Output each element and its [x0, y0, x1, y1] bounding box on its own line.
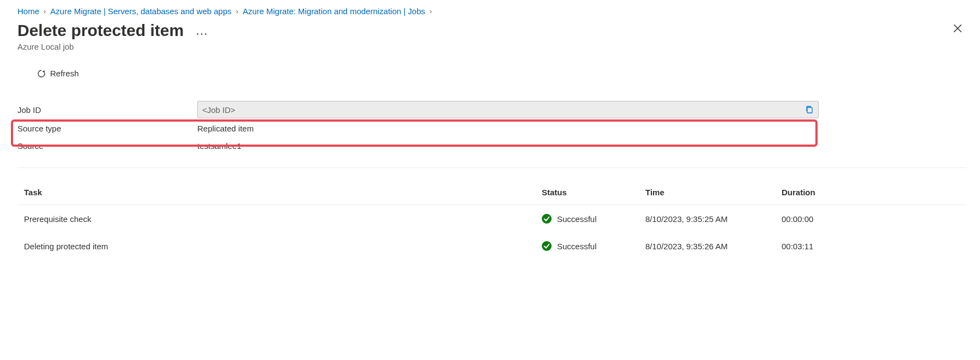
property-row-source-type: Source type Replicated item — [17, 119, 967, 137]
property-label: Source — [17, 141, 197, 151]
time-cell: 8/10/2023, 9:35:26 AM — [639, 232, 775, 260]
status-cell: Successful — [542, 214, 632, 224]
breadcrumb-link-migrate-servers[interactable]: Azure Migrate | Servers, databases and w… — [50, 7, 231, 16]
column-header-status[interactable]: Status — [535, 182, 639, 205]
refresh-label: Refresh — [50, 69, 79, 78]
svg-rect-2 — [807, 107, 812, 113]
time-cell: 8/10/2023, 9:35:25 AM — [639, 205, 775, 233]
job-id-field[interactable]: <Job ID> — [197, 101, 819, 118]
task-name-cell: Prerequisite check — [17, 205, 535, 233]
status-text: Successful — [557, 242, 597, 251]
close-button[interactable] — [948, 21, 967, 38]
status-text: Successful — [557, 214, 597, 224]
chevron-right-icon: › — [235, 7, 239, 15]
refresh-button[interactable]: Refresh — [34, 67, 82, 80]
copy-icon — [805, 105, 814, 114]
properties-section: Job ID <Job ID> Source type Replicated i… — [17, 100, 967, 154]
property-label: Job ID — [17, 105, 197, 115]
job-id-value: <Job ID> — [202, 105, 805, 115]
copy-button[interactable] — [805, 105, 814, 114]
table-row[interactable]: Prerequisite check Successful 8/10/2023,… — [17, 205, 967, 233]
property-label: Source type — [17, 124, 197, 133]
success-icon — [542, 214, 552, 224]
success-icon — [542, 241, 552, 251]
section-divider — [17, 167, 967, 168]
breadcrumb-link-migrate-jobs[interactable]: Azure Migrate: Migration and modernizati… — [243, 7, 425, 16]
close-icon — [953, 23, 963, 33]
chevron-right-icon: › — [43, 7, 47, 15]
status-cell: Successful — [542, 241, 632, 251]
property-value: Replicated item — [197, 124, 253, 133]
page-title: Delete protected item — [17, 21, 184, 40]
chevron-right-icon: › — [428, 7, 433, 15]
tasks-table: Task Status Time Duration Prerequisite c… — [17, 182, 967, 260]
command-bar: Refresh — [34, 67, 967, 80]
property-row-source: Source testsamlee1 — [17, 137, 967, 154]
property-row-job-id: Job ID <Job ID> — [17, 100, 967, 119]
more-actions-button[interactable]: ⋯ — [196, 27, 209, 41]
duration-cell: 00:03:11 — [775, 232, 967, 260]
refresh-icon — [37, 69, 46, 78]
table-row[interactable]: Deleting protected item Successful 8/10/… — [17, 232, 967, 260]
page-subtitle: Azure Local job — [17, 42, 209, 51]
breadcrumb-link-home[interactable]: Home — [17, 7, 39, 16]
column-header-duration[interactable]: Duration — [775, 182, 967, 205]
task-name-cell: Deleting protected item — [17, 232, 535, 260]
column-header-time[interactable]: Time — [639, 182, 775, 205]
column-header-task[interactable]: Task — [17, 182, 535, 205]
duration-cell: 00:00:00 — [775, 205, 967, 233]
breadcrumb: Home › Azure Migrate | Servers, database… — [17, 7, 967, 16]
property-value: testsamlee1 — [197, 141, 241, 151]
